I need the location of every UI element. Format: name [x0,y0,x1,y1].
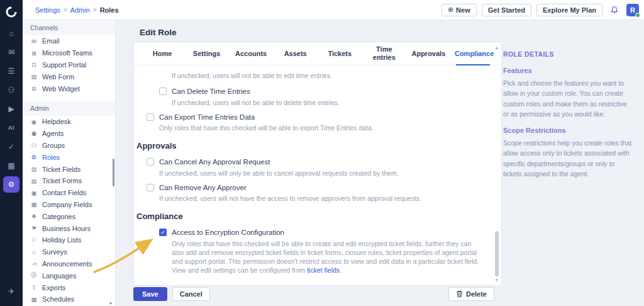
tab-tickets[interactable]: Tickets [321,46,358,62]
can-export-time-entries-checkbox[interactable] [147,113,154,121]
sidebar-item-web-form[interactable]: ▤ Web Form [23,71,115,82]
rail-home-icon[interactable]: ⌂ [3,25,19,42]
breadcrumb-admin[interactable]: Admin [70,6,90,14]
main-area: Edit Role Home Settings Accounts Assets … [116,20,644,306]
sidebar-item-surveys[interactable]: ☺ Surveys [23,246,115,258]
tab-assets[interactable]: Assets [277,46,314,62]
sidebar-item-business-hours[interactable]: ⚑ Business Hours [23,222,115,234]
permission-label: Access to Encryption Configuration [172,228,482,237]
new-button[interactable]: ⊕ New [441,4,477,16]
sidebar-item-languages[interactable]: Ⓐ Languages [23,269,115,281]
sidebar-item-label: Contact Fields [42,189,86,196]
get-started-button[interactable]: Get Started [482,4,531,16]
sidebar-item-agents[interactable]: ⚉ Agents [23,128,115,140]
explore-my-plan-label: Explore My Plan [543,6,596,14]
permission-hint: Only roles that have this checked will b… [159,123,374,132]
sidebar-item-support-portal[interactable]: ⊡ Support Portal [23,59,115,71]
rail-tasks-icon[interactable]: ✓ [3,139,19,155]
sidebar-scrollbar-thumb[interactable] [113,159,114,186]
permission-hint: If unchecked, users will not be able to … [172,98,340,107]
sidebar-item-exports[interactable]: ⇧ Exports [23,281,115,293]
tab-time-entries[interactable]: Time entries [366,42,402,65]
announcements-icon: ◅ [30,260,38,267]
role-details-panel: ROLE DETAILS Features Pick and choose th… [503,50,633,179]
sidebar-item-ticket-fields[interactable]: ▥ Ticket Fields [23,163,115,175]
sidebar-item-label: Company Fields [42,201,92,208]
breadcrumb-settings[interactable]: Settings [35,6,60,14]
sidebar-item-microsoft-teams[interactable]: ⊞ Microsoft Teams [23,47,115,59]
sidebar-item-email[interactable]: ✉ Email [23,35,115,47]
sidebar-item-roles[interactable]: ⚙ Roles [23,151,115,163]
sidebar-item-holiday-lists[interactable]: ⚐ Holiday Lists [23,234,115,246]
explore-my-plan-button[interactable]: Explore My Plan [536,4,602,16]
tab-compliance[interactable]: Compliance [455,46,491,62]
sidebar-item-label: Exports [42,284,65,292]
can-remove-approver-checkbox[interactable] [147,184,154,191]
scope-restrictions-description: Scope restrictions help you create roles… [503,138,633,179]
bell-icon [610,6,619,14]
delete-button[interactable]: Delete [448,287,494,301]
user-avatar[interactable]: R [626,4,639,16]
can-delete-time-entries-checkbox[interactable] [159,88,167,95]
tab-settings[interactable]: Settings [189,46,225,62]
rail-ship-icon[interactable]: ✈ [3,283,19,300]
teams-icon: ⊞ [30,50,38,57]
sidebar-item-label: Agents [42,130,64,137]
role-tabs: Home Settings Accounts Assets Tickets Ti… [134,42,501,65]
permission-row-export-time-entries: Can Export Time Entries Data Only roles … [147,113,482,133]
scroll-down-icon[interactable]: ▼ [495,278,499,282]
sidebar-item-label: Microsoft Teams [42,49,92,57]
company-fields-icon: ▦ [30,201,38,208]
new-button-label: New [456,6,470,14]
sidebar-item-announcements[interactable]: ◅ Announcements [23,258,115,270]
card-scrollbar-thumb[interactable] [495,231,499,276]
can-cancel-approval-checkbox[interactable] [147,158,154,166]
sidebar-item-categories[interactable]: ❖ Categories [23,210,115,222]
permission-hint: If unchecked, users will not have the ac… [159,194,421,203]
sidebar-item-schedules[interactable]: ▦ Schedules [23,293,115,305]
helpdesk-icon: ◉ [30,118,38,125]
save-button[interactable]: Save [133,287,167,301]
cancel-button[interactable]: Cancel [172,287,210,301]
sidebar-item-label: Announcements [42,260,92,268]
ticket-forms-icon: ▤ [30,178,38,184]
notifications-bell-button[interactable] [608,3,621,17]
rail-ai-icon[interactable]: AI [3,120,19,136]
scroll-up-icon[interactable]: ▲ [495,45,499,50]
features-heading: Features [503,67,633,74]
sidebar-section-channels: Channels [23,20,115,35]
tab-home[interactable]: Home [144,46,180,62]
rail-solutions-icon[interactable]: ▶ [3,101,19,117]
languages-icon: Ⓐ [30,271,38,280]
sidebar-item-label: Web Widget [42,85,80,93]
sidebar-item-label: Ticket Forms [42,177,82,184]
sidebar-scroll-down-icon[interactable]: ▼ [109,302,113,305]
ticket-fields-link[interactable]: ticket fields [307,266,340,274]
rail-admin-gear-icon[interactable]: ⚙ [3,176,19,193]
rail-reports-icon[interactable]: ▦ [3,157,19,174]
rail-tickets-icon[interactable]: ✉ [3,44,19,60]
top-bar: Settings > Admin > Roles ⊕ New Get Start… [23,0,644,20]
breadcrumb-separator: > [90,6,100,13]
sidebar-item-ticket-forms[interactable]: ▤ Ticket Forms [23,175,115,187]
rail-contacts-icon[interactable]: ☰ [3,63,19,79]
groups-icon: ⚇ [30,142,38,149]
tab-accounts[interactable]: Accounts [233,46,269,62]
trash-icon [456,290,463,298]
freshworks-logo[interactable] [3,4,19,20]
sidebar-item-web-widget[interactable]: ⊟ Web Widget [23,82,115,94]
sidebar-item-helpdesk[interactable]: ◉ Helpdesk [23,116,115,128]
sidebar-item-label: Languages [42,272,76,280]
sidebar-item-groups[interactable]: ⚇ Groups [23,140,115,152]
rail-customers-icon[interactable]: ⚇ [3,82,19,98]
email-icon: ✉ [30,38,38,45]
sidebar-item-company-fields[interactable]: ▦ Company Fields [23,199,115,211]
logo-swirl-icon [5,6,18,18]
get-started-label: Get Started [488,6,525,14]
card-scrollbar: ▲ ▼ [492,43,500,284]
tab-approvals[interactable]: Approvals [410,46,447,62]
sidebar-item-contact-fields[interactable]: ▣ Contact Fields [23,187,115,199]
encryption-configuration-checkbox[interactable]: ✓ [159,229,167,236]
permission-label: Can Remove Any Approver [159,183,421,192]
compliance-tab-panel: If unchecked, users will not be able to … [134,65,501,275]
